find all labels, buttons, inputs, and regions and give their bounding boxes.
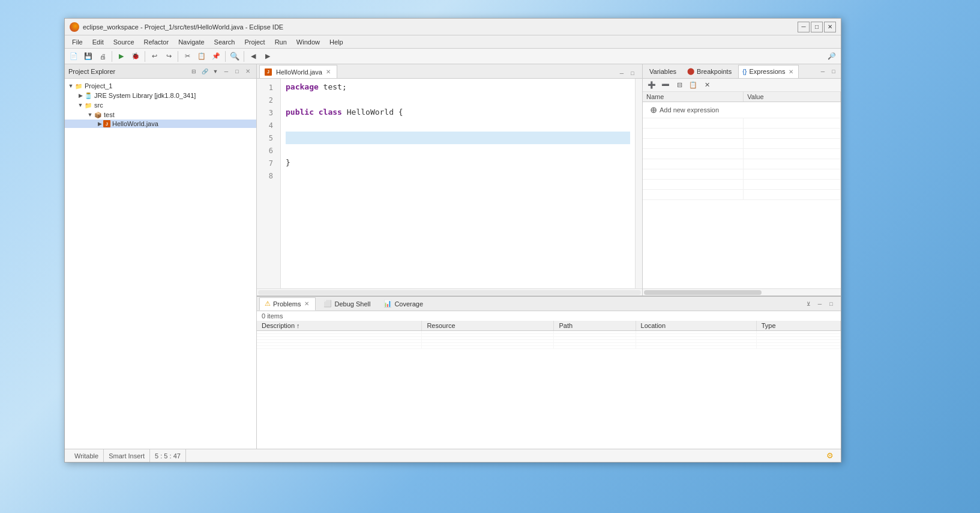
tree-test[interactable]: ▼ 📦 test (65, 110, 256, 120)
line-num-8: 8 (257, 169, 277, 182)
tab-variables[interactable]: Variables (645, 65, 681, 78)
print-button[interactable]: 🖨 (96, 50, 109, 63)
debug-button[interactable]: 🐞 (129, 50, 142, 63)
tab-problems-close[interactable]: ✕ (303, 300, 310, 307)
status-insert-mode: Smart Insert (104, 449, 150, 462)
code-editor[interactable]: package test; public class HelloWorld { … (281, 79, 635, 288)
collapse-all-debug[interactable]: ⊟ (673, 79, 686, 92)
editor-body: 1 2 3 4 5 6 7 8 package test; (257, 79, 642, 288)
debug-close[interactable]: ✕ (700, 79, 714, 92)
title-bar: eclipse_workspace - Project_1/src/test/H… (65, 19, 841, 35)
toggle-test[interactable]: ▼ (86, 111, 94, 118)
line-num-6: 6 (257, 144, 277, 157)
menu-navigate[interactable]: Navigate (173, 35, 209, 49)
col-name: Name (643, 92, 744, 102)
sep4 (225, 51, 226, 62)
menu-edit[interactable]: Edit (88, 35, 109, 49)
sep2 (145, 51, 145, 62)
editor-tab-close[interactable]: ✕ (325, 68, 332, 75)
tab-expressions-label: Expressions (750, 68, 786, 75)
paste-button[interactable]: 📌 (209, 50, 223, 63)
add-expr-plus-icon: ⊕ (650, 105, 657, 115)
debug-table: Name Value ⊕ Add (643, 92, 841, 288)
tab-coverage[interactable]: 📊 Coverage (378, 297, 428, 311)
col-location: Location (636, 321, 756, 331)
view-menu-button[interactable]: ▼ (211, 67, 220, 76)
tab-breakpoints-icon: ⬤ (687, 67, 694, 75)
copy-button[interactable]: 📋 (195, 50, 208, 63)
menu-run[interactable]: Run (270, 35, 292, 49)
eclipse-icon (70, 22, 79, 32)
insert-mode-label: Smart Insert (109, 452, 145, 460)
undo-button[interactable]: ↩ (148, 50, 161, 63)
line-num-1: 1 (257, 81, 277, 94)
tree-src[interactable]: ▼ 📁 src (65, 100, 256, 110)
navigate-back[interactable]: ◀ (247, 50, 260, 63)
menu-file[interactable]: File (67, 35, 88, 49)
debug-panel-minimize[interactable]: ─ (818, 67, 828, 76)
copy-expression[interactable]: 📋 (687, 79, 700, 92)
toggle-jre[interactable]: ▶ (77, 92, 84, 99)
cut-button[interactable]: ✂ (181, 50, 194, 63)
eclipse-window: eclipse_workspace - Project_1/src/test/H… (64, 18, 841, 463)
debug-empty-row-2 (643, 129, 841, 139)
link-editor-button[interactable]: 🔗 (200, 67, 209, 76)
maximize-panel-button[interactable]: □ (232, 67, 242, 76)
menu-window[interactable]: Window (292, 35, 325, 49)
debug-hscrollbar[interactable] (643, 288, 841, 296)
code-line-3: public class HelloWorld { (286, 106, 630, 119)
line-num-3: 3 (257, 106, 277, 119)
filter-button[interactable]: ⊻ (804, 299, 813, 309)
minimize-button[interactable]: ─ (798, 22, 810, 32)
redo-button[interactable]: ↪ (162, 50, 175, 63)
toggle-project1[interactable]: ▼ (67, 82, 74, 90)
run-button[interactable]: ▶ (115, 50, 128, 63)
new-button[interactable]: 📄 (67, 50, 80, 63)
right-panel: Variables ⬤ Breakpoints {} Expressions ✕ (643, 64, 841, 296)
tab-debugshell[interactable]: ⬜ Debug Shell (318, 297, 376, 311)
tree-project1[interactable]: ▼ 📁 Project_1 (65, 81, 256, 91)
editor-hscrollbar[interactable] (257, 288, 642, 296)
toggle-helloworld[interactable]: ▶ (96, 120, 103, 127)
tree-helloworld[interactable]: ▶ J HelloWorld.java (65, 120, 256, 128)
editor-vscrollbar[interactable] (635, 79, 642, 288)
remove-expression[interactable]: ➖ (659, 79, 672, 92)
src-label: src (94, 102, 103, 109)
close-panel-button[interactable]: ✕ (243, 67, 253, 76)
maximize-button[interactable]: □ (811, 22, 823, 32)
project-explorer-title: Project Explorer (68, 68, 115, 75)
editor-maximize[interactable]: □ (628, 68, 637, 78)
menu-source[interactable]: Source (109, 35, 139, 49)
debug-empty-row-4 (643, 149, 841, 159)
debug-panel-maximize[interactable]: □ (829, 67, 838, 76)
tree-jre[interactable]: ▶ 🫙 JRE System Library [jdk1.8.0_341] (65, 91, 256, 100)
tab-breakpoints[interactable]: ⬤ Breakpoints (683, 65, 736, 78)
menu-project[interactable]: Project (239, 35, 269, 49)
toolbar: 📄 💾 🖨 ▶ 🐞 ↩ ↪ ✂ 📋 📌 🔍 ◀ ▶ 🔎 (65, 49, 841, 64)
minimize-panel-button[interactable]: ─ (221, 67, 231, 76)
save-button[interactable]: 💾 (82, 50, 95, 63)
col-description: Description ↑ (257, 321, 422, 331)
sep1 (112, 51, 112, 62)
editor-tab-helloworld[interactable]: J HelloWorld.java ✕ (259, 65, 337, 78)
jar-icon: 🫙 (84, 91, 92, 100)
add-expression-row[interactable]: ⊕ Add new expression (643, 102, 841, 118)
debug-empty-row-6 (643, 169, 841, 180)
bottom-minimize[interactable]: ─ (815, 299, 825, 309)
menu-refactor[interactable]: Refactor (139, 35, 174, 49)
menu-search[interactable]: Search (209, 35, 240, 49)
editor-minimize[interactable]: ─ (617, 68, 627, 78)
close-button[interactable]: ✕ (824, 22, 836, 32)
menu-help[interactable]: Help (325, 35, 348, 49)
tab-problems[interactable]: ⚠ Problems ✕ (259, 297, 316, 311)
tab-expressions[interactable]: {} Expressions ✕ (738, 65, 799, 78)
toggle-src[interactable]: ▼ (77, 102, 84, 109)
code-line-4 (286, 119, 630, 132)
open-type[interactable]: 🔎 (825, 50, 838, 63)
bottom-maximize[interactable]: □ (826, 299, 836, 309)
navigate-fwd[interactable]: ▶ (261, 50, 274, 63)
add-watchpoint[interactable]: ➕ (645, 79, 658, 92)
collapse-all-button[interactable]: ⊟ (189, 67, 199, 76)
search-button[interactable]: 🔍 (228, 50, 241, 63)
tab-expressions-close[interactable]: ✕ (787, 68, 795, 75)
